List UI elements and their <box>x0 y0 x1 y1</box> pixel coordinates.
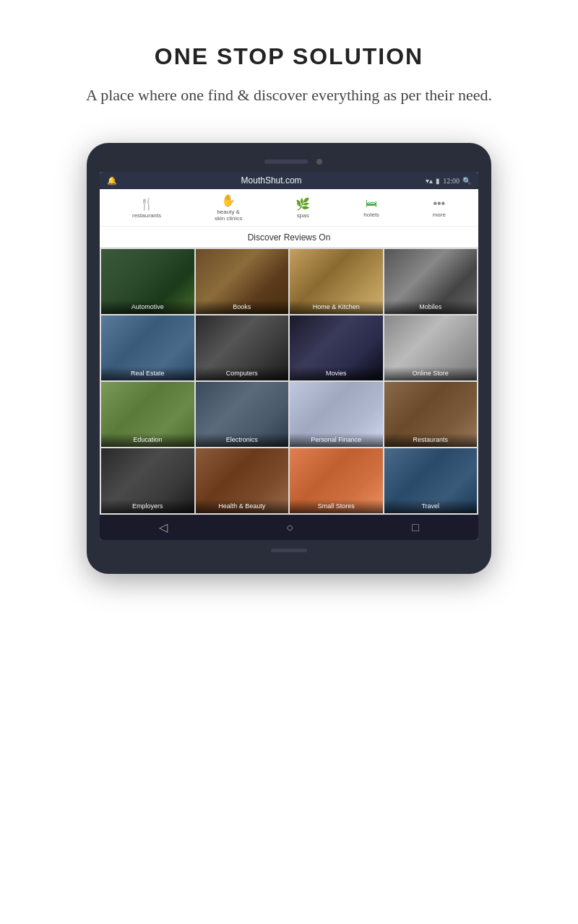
nav-item-beauty[interactable]: ✋ beauty &skin clinics <box>215 193 242 222</box>
page-title: ONE STOP SOLUTION <box>86 43 492 70</box>
category-item-movies[interactable]: Movies <box>290 315 383 380</box>
category-item-travel[interactable]: Travel <box>384 448 478 513</box>
status-right: ▾▴ ▮ 12:00 🔍 <box>426 177 471 185</box>
category-item-education[interactable]: Education <box>101 382 194 447</box>
category-item-online-store[interactable]: Online Store <box>384 315 478 380</box>
nav-label-more: more <box>433 212 446 218</box>
category-grid: AutomotiveBooksHome & KitchenMobilesReal… <box>100 248 478 515</box>
search-icon[interactable]: 🔍 <box>462 177 471 185</box>
tablet-bottom-nav: ◁ ○ □ <box>100 515 478 540</box>
category-label: Restaurants <box>387 436 475 443</box>
hotels-icon: 🛏 <box>366 197 377 210</box>
tablet-device: 🔔 MouthShut.com ▾▴ ▮ 12:00 🔍 🍴 restauran… <box>87 143 491 574</box>
discover-heading: Discover Reviews On <box>100 227 478 248</box>
nav-item-spas[interactable]: 🌿 spas <box>296 197 310 219</box>
category-label: Books <box>199 303 286 310</box>
category-item-electronics[interactable]: Electronics <box>196 382 289 447</box>
tablet-speaker <box>264 160 308 164</box>
time-display: 12:00 <box>443 177 460 185</box>
tablet-camera <box>316 159 322 165</box>
category-label: Computers <box>199 370 286 377</box>
category-item-home---kitchen[interactable]: Home & Kitchen <box>290 249 383 314</box>
back-button[interactable]: ◁ <box>159 520 168 534</box>
nav-label-hotels: hotels <box>363 212 379 218</box>
status-notification-icon: 🔔 <box>107 176 117 186</box>
category-item-restaurants[interactable]: Restaurants <box>384 382 478 447</box>
nav-label-spas: spas <box>297 212 309 219</box>
category-label: Small Stores <box>293 502 380 510</box>
status-app-name: MouthShut.com <box>241 175 302 186</box>
battery-icon: ▮ <box>436 177 440 185</box>
beauty-icon: ✋ <box>221 193 236 207</box>
category-item-personal-finance[interactable]: Personal Finance <box>290 382 383 447</box>
tablet-top-bar <box>100 159 478 165</box>
tablet-bottom-bar <box>271 549 307 552</box>
category-label: Health & Beauty <box>199 502 286 510</box>
category-item-books[interactable]: Books <box>196 249 289 314</box>
home-button[interactable]: ○ <box>286 521 293 534</box>
tablet-screen: 🔔 MouthShut.com ▾▴ ▮ 12:00 🔍 🍴 restauran… <box>100 172 478 540</box>
status-bar: 🔔 MouthShut.com ▾▴ ▮ 12:00 🔍 <box>100 172 478 189</box>
signal-icon: ▾▴ <box>426 177 433 185</box>
page-header: ONE STOP SOLUTION A place where one find… <box>43 43 535 107</box>
category-label: Online Store <box>387 370 475 377</box>
category-label: Employers <box>104 502 191 510</box>
nav-bar: 🍴 restaurants ✋ beauty &skin clinics 🌿 s… <box>100 189 478 227</box>
category-label: Personal Finance <box>293 436 380 443</box>
category-label: Movies <box>293 370 380 377</box>
category-item-mobiles[interactable]: Mobiles <box>384 249 478 314</box>
nav-item-hotels[interactable]: 🛏 hotels <box>363 197 379 218</box>
category-label: Automotive <box>104 303 191 310</box>
category-label: Real Estate <box>104 370 191 377</box>
nav-label-beauty: beauty &skin clinics <box>215 209 242 222</box>
spas-icon: 🌿 <box>296 197 310 211</box>
recent-button[interactable]: □ <box>412 521 419 534</box>
category-label: Home & Kitchen <box>293 303 380 310</box>
nav-label-restaurants: restaurants <box>132 212 161 219</box>
category-item-employers[interactable]: Employers <box>101 448 194 513</box>
nav-item-restaurants[interactable]: 🍴 restaurants <box>132 197 161 219</box>
page-subtitle: A place where one find & discover everyt… <box>86 83 492 107</box>
category-item-automotive[interactable]: Automotive <box>101 249 194 314</box>
category-item-real-estate[interactable]: Real Estate <box>101 315 194 380</box>
category-item-health---beauty[interactable]: Health & Beauty <box>196 448 289 513</box>
category-label: Electronics <box>199 436 286 443</box>
category-label: Mobiles <box>387 303 475 310</box>
restaurants-icon: 🍴 <box>139 197 154 211</box>
category-item-small-stores[interactable]: Small Stores <box>290 448 383 513</box>
category-label: Education <box>104 436 191 443</box>
nav-item-more[interactable]: ••• more <box>433 197 446 218</box>
category-item-computers[interactable]: Computers <box>196 315 289 380</box>
more-icon: ••• <box>433 197 445 210</box>
category-label: Travel <box>387 502 475 510</box>
